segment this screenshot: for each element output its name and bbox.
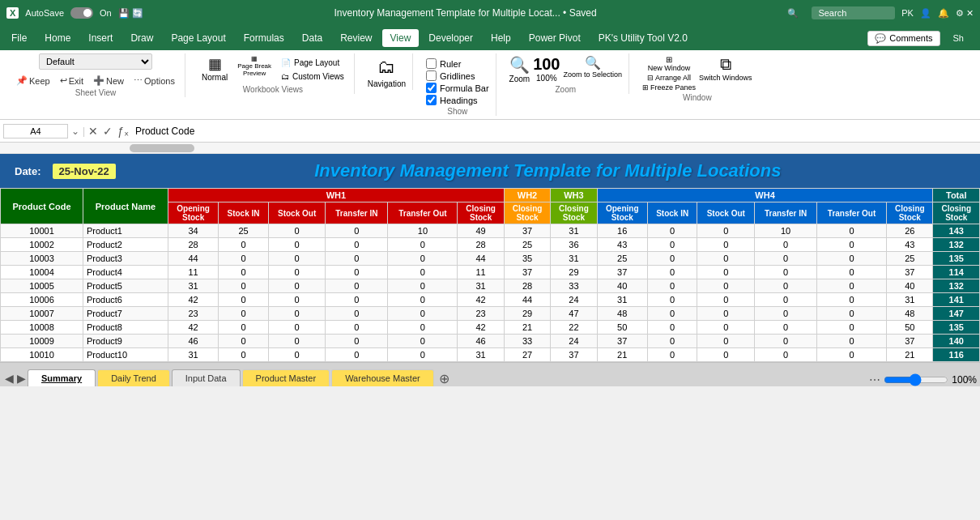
cell-wh1-out[interactable]: 0 bbox=[268, 252, 326, 266]
cell-wh4-open[interactable]: 21 bbox=[597, 348, 647, 362]
menu-formulas[interactable]: Formulas bbox=[236, 29, 292, 47]
page-layout-btn[interactable]: 📄 Page Layout bbox=[278, 57, 347, 69]
cell-wh1-in[interactable]: 25 bbox=[219, 224, 269, 238]
cell-wh1-close[interactable]: 42 bbox=[458, 321, 504, 335]
cell-total-close[interactable]: 114 bbox=[933, 266, 980, 279]
cell-wh1-tin[interactable]: 0 bbox=[326, 335, 388, 348]
cell-wh4-close[interactable]: 25 bbox=[887, 252, 933, 266]
formula-bar-checkbox[interactable]: Formula Bar bbox=[426, 83, 489, 93]
cell-wh1-tout[interactable]: 0 bbox=[388, 307, 458, 321]
tab-more-btn[interactable]: ⋯ bbox=[869, 373, 880, 386]
cell-wh4-open[interactable]: 37 bbox=[597, 335, 647, 348]
cell-wh4-tout[interactable]: 0 bbox=[817, 307, 887, 321]
cell-wh1-tout[interactable]: 0 bbox=[388, 335, 458, 348]
cell-wh4-tin[interactable]: 0 bbox=[755, 335, 817, 348]
cell-product-name[interactable]: Product5 bbox=[83, 279, 168, 293]
cell-wh1-tin[interactable]: 0 bbox=[326, 293, 388, 307]
cell-wh1-tin[interactable]: 0 bbox=[326, 321, 388, 335]
cell-wh4-close[interactable]: 37 bbox=[887, 335, 933, 348]
cancel-formula-icon[interactable]: ✕ bbox=[88, 125, 98, 138]
cell-wh2-close[interactable]: 29 bbox=[504, 307, 550, 321]
cell-total-close[interactable]: 141 bbox=[933, 293, 980, 307]
cell-wh1-close[interactable]: 31 bbox=[458, 348, 504, 362]
keep-btn[interactable]: 📌 Keep bbox=[13, 75, 53, 87]
cell-wh1-tout[interactable]: 0 bbox=[388, 238, 458, 252]
window-btns[interactable]: ⚙ ✕ bbox=[956, 8, 974, 19]
cell-wh2-close[interactable]: 28 bbox=[504, 279, 550, 293]
search-box[interactable]: Search bbox=[812, 6, 895, 19]
cell-wh1-out[interactable]: 0 bbox=[268, 321, 326, 335]
cell-wh3-close[interactable]: 24 bbox=[551, 293, 597, 307]
insert-function-icon[interactable]: ƒₓ bbox=[117, 125, 129, 138]
cell-product-name[interactable]: Product7 bbox=[83, 307, 168, 321]
cell-wh1-in[interactable]: 0 bbox=[219, 348, 269, 362]
cell-wh1-out[interactable]: 0 bbox=[268, 335, 326, 348]
add-sheet-btn[interactable]: ⊕ bbox=[436, 371, 453, 386]
menu-home[interactable]: Home bbox=[36, 29, 79, 47]
cell-wh1-out[interactable]: 0 bbox=[268, 224, 326, 238]
cell-product-name[interactable]: Product4 bbox=[83, 266, 168, 279]
cell-wh4-tin[interactable]: 0 bbox=[755, 348, 817, 362]
cell-wh4-out[interactable]: 0 bbox=[697, 335, 755, 348]
cell-wh4-open[interactable]: 16 bbox=[597, 224, 647, 238]
cell-total-close[interactable]: 135 bbox=[933, 321, 980, 335]
cell-wh3-close[interactable]: 22 bbox=[551, 321, 597, 335]
cell-wh2-close[interactable]: 21 bbox=[504, 321, 550, 335]
cell-wh4-close[interactable]: 50 bbox=[887, 321, 933, 335]
cell-wh3-close[interactable]: 29 bbox=[551, 266, 597, 279]
cell-wh4-close[interactable]: 21 bbox=[887, 348, 933, 362]
cell-wh1-out[interactable]: 0 bbox=[268, 279, 326, 293]
cell-wh4-open[interactable]: 40 bbox=[597, 279, 647, 293]
tab-scroll-right-btn[interactable]: ▶ bbox=[15, 370, 28, 386]
cell-wh4-close[interactable]: 40 bbox=[887, 279, 933, 293]
gridlines-checkbox[interactable]: Gridlines bbox=[426, 70, 489, 81]
cell-wh4-in[interactable]: 0 bbox=[647, 321, 697, 335]
page-break-btn[interactable]: ▦Page BreakPreview bbox=[234, 53, 275, 79]
cell-wh3-close[interactable]: 24 bbox=[551, 335, 597, 348]
cell-wh2-close[interactable]: 27 bbox=[504, 348, 550, 362]
cell-wh1-tout[interactable]: 0 bbox=[388, 266, 458, 279]
cell-wh4-out[interactable]: 0 bbox=[697, 238, 755, 252]
cell-product-code[interactable]: 10005 bbox=[1, 279, 83, 293]
cell-wh4-open[interactable]: 43 bbox=[597, 238, 647, 252]
cell-wh4-open[interactable]: 25 bbox=[597, 252, 647, 266]
cell-wh4-close[interactable]: 26 bbox=[887, 224, 933, 238]
cell-wh2-close[interactable]: 33 bbox=[504, 335, 550, 348]
cell-wh4-open[interactable]: 31 bbox=[597, 293, 647, 307]
comments-button[interactable]: 💬Comments bbox=[867, 31, 940, 46]
cell-wh4-tin[interactable]: 10 bbox=[755, 224, 817, 238]
cell-wh1-tin[interactable]: 0 bbox=[326, 307, 388, 321]
cell-wh4-out[interactable]: 0 bbox=[697, 266, 755, 279]
cell-total-close[interactable]: 132 bbox=[933, 279, 980, 293]
cell-wh1-tin[interactable]: 0 bbox=[326, 224, 388, 238]
cell-wh4-tin[interactable]: 0 bbox=[755, 321, 817, 335]
cell-total-close[interactable]: 140 bbox=[933, 335, 980, 348]
menu-insert[interactable]: Insert bbox=[80, 29, 121, 47]
cell-wh1-in[interactable]: 0 bbox=[219, 335, 269, 348]
cell-wh1-tout[interactable]: 10 bbox=[388, 224, 458, 238]
cell-wh4-in[interactable]: 0 bbox=[647, 335, 697, 348]
cell-wh4-tout[interactable]: 0 bbox=[817, 238, 887, 252]
scroll-thumb-top[interactable] bbox=[130, 144, 194, 152]
formula-expand-icon[interactable]: ⌄ bbox=[71, 126, 79, 137]
cell-product-code[interactable]: 10001 bbox=[1, 224, 83, 238]
tab-scroll-left-btn[interactable]: ◀ bbox=[3, 370, 15, 386]
cell-wh4-close[interactable]: 31 bbox=[887, 293, 933, 307]
cell-wh1-close[interactable]: 31 bbox=[458, 279, 504, 293]
cell-wh1-close[interactable]: 49 bbox=[458, 224, 504, 238]
cell-wh4-tout[interactable]: 0 bbox=[817, 266, 887, 279]
ruler-checkbox[interactable]: Ruler bbox=[426, 58, 489, 69]
cell-wh4-out[interactable]: 0 bbox=[697, 348, 755, 362]
cell-wh1-close[interactable]: 28 bbox=[458, 238, 504, 252]
share-button[interactable]: Sh bbox=[944, 30, 974, 46]
cell-wh4-tin[interactable]: 0 bbox=[755, 252, 817, 266]
cell-wh4-tout[interactable]: 0 bbox=[817, 252, 887, 266]
cell-product-code[interactable]: 10008 bbox=[1, 321, 83, 335]
tab-warehouse-master[interactable]: Warehouse Master bbox=[331, 369, 434, 386]
cell-wh1-open[interactable]: 11 bbox=[168, 266, 218, 279]
menu-power-pivot[interactable]: Power Pivot bbox=[521, 29, 589, 47]
cell-wh1-close[interactable]: 44 bbox=[458, 252, 504, 266]
cell-wh1-open[interactable]: 34 bbox=[168, 224, 218, 238]
cell-wh4-out[interactable]: 0 bbox=[697, 321, 755, 335]
cell-wh4-close[interactable]: 43 bbox=[887, 238, 933, 252]
